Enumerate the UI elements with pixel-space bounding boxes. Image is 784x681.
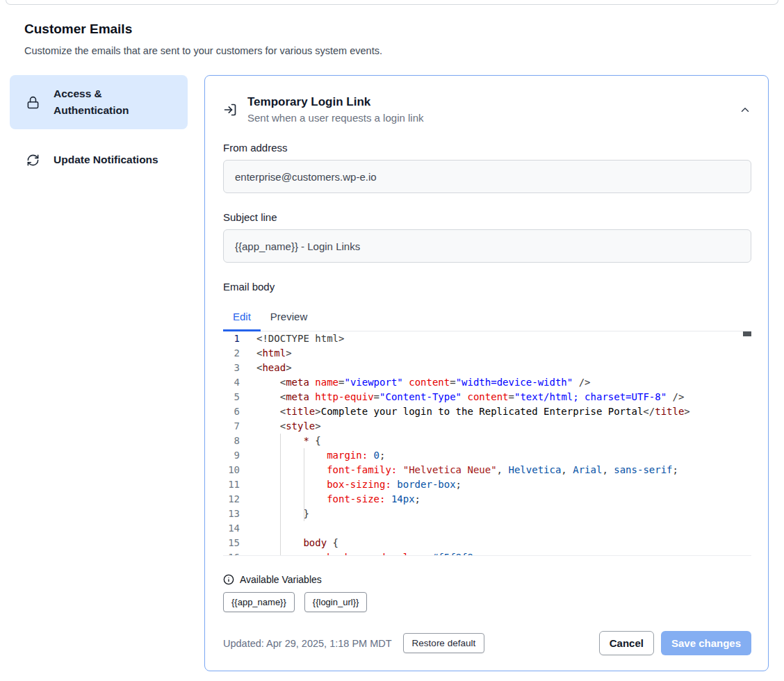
code-line: 12 font-size: 14px; — [223, 492, 751, 507]
line-number: 4 — [223, 375, 240, 390]
content-layout: Access & Authentication Update Notificat… — [0, 75, 784, 671]
code-line: 8 * { — [223, 434, 751, 448]
code-line: 5 <meta http-equiv="Content-Type" conten… — [223, 390, 751, 404]
refresh-icon — [26, 153, 40, 167]
code-editor-lines: 1<!DOCTYPE html>2<html>3<head>4 <meta na… — [223, 331, 751, 556]
indent-guide — [304, 448, 304, 521]
cancel-button[interactable]: Cancel — [599, 631, 654, 655]
code-line-text: font-size: 14px; — [256, 492, 420, 507]
code-line-text: <meta name="viewport" content="width=dev… — [256, 375, 591, 390]
sidebar-item-label: Access & Authentication — [54, 85, 178, 119]
from-address-label: From address — [223, 142, 751, 154]
email-type-description: Sent when a user requests a login link — [247, 112, 423, 124]
email-type-title: Temporary Login Link — [247, 95, 423, 109]
line-number: 2 — [223, 346, 240, 361]
subject-line-input[interactable] — [223, 229, 751, 263]
code-line-text: <meta http-equiv="Content-Type" content=… — [256, 390, 684, 404]
email-types-sidebar: Access & Authentication Update Notificat… — [10, 75, 188, 671]
line-number: 7 — [223, 419, 240, 434]
editor-scrollbar-thumb[interactable] — [743, 331, 751, 336]
code-line-text: margin: 0; — [256, 448, 385, 463]
sidebar-item-label: Update Notifications — [54, 151, 158, 168]
from-address-input[interactable] — [223, 160, 751, 193]
lock-icon — [26, 95, 40, 109]
previous-card-bottom-edge — [6, 0, 778, 5]
code-editor[interactable]: 1<!DOCTYPE html>2<html>3<head>4 <meta na… — [223, 331, 751, 556]
email-body-label: Email body — [223, 281, 751, 293]
log-in-icon — [223, 103, 237, 117]
line-number: 8 — [223, 434, 240, 448]
code-line: 16 background-color: #f5f8f9; — [223, 550, 751, 556]
variable-chip-app-name[interactable]: {{app_name}} — [223, 592, 295, 612]
line-number: 13 — [223, 507, 240, 521]
code-line-text: * { — [256, 434, 321, 448]
line-number: 14 — [223, 521, 240, 536]
subject-line-label: Subject line — [223, 211, 751, 223]
code-line-text: <title>Complete your login to the Replic… — [256, 404, 690, 419]
code-line: 3<head> — [223, 361, 751, 375]
chevron-up-icon[interactable] — [739, 104, 751, 116]
updated-timestamp: Updated: Apr 29, 2025, 1:18 PM MDT — [223, 638, 392, 649]
code-line: 11 box-sizing: border-box; — [223, 477, 751, 492]
code-line: 4 <meta name="viewport" content="width=d… — [223, 375, 751, 390]
card-header-text: Temporary Login Link Sent when a user re… — [247, 95, 423, 124]
save-changes-button[interactable]: Save changes — [661, 631, 751, 655]
sidebar-item-access-authentication[interactable]: Access & Authentication — [10, 75, 188, 129]
variable-chip-login-url[interactable]: {{login_url}} — [304, 592, 368, 612]
info-icon — [223, 574, 234, 585]
code-line-text: body { — [256, 536, 338, 550]
code-line-text: <style> — [256, 419, 321, 434]
code-line: 14 — [223, 521, 751, 536]
card-footer: Updated: Apr 29, 2025, 1:18 PM MDT Resto… — [223, 631, 751, 655]
code-line-text: } — [256, 507, 309, 521]
page-header: Customer Emails Customize the emails tha… — [0, 5, 784, 56]
code-line-text: <!DOCTYPE html> — [256, 331, 344, 346]
line-number: 11 — [223, 477, 240, 492]
email-settings-card: Temporary Login Link Sent when a user re… — [204, 75, 769, 671]
line-number: 6 — [223, 404, 240, 419]
page-title: Customer Emails — [24, 22, 760, 37]
sidebar-item-update-notifications[interactable]: Update Notifications — [10, 141, 188, 179]
code-line: 10 font-family: "Helvetica Neue", Helvet… — [223, 463, 751, 477]
line-number: 9 — [223, 448, 240, 463]
code-line-text: <head> — [256, 361, 292, 375]
code-line-text: font-family: "Helvetica Neue", Helvetica… — [256, 463, 678, 477]
code-line-text: background-color: #f5f8f9; — [256, 550, 479, 556]
code-line: 1<!DOCTYPE html> — [223, 331, 751, 346]
available-variables-label: Available Variables — [240, 574, 322, 585]
code-line: 15 body { — [223, 536, 751, 550]
editor-tabs: Edit Preview — [223, 304, 751, 331]
code-line: 2<html> — [223, 346, 751, 361]
tab-preview[interactable]: Preview — [261, 304, 317, 331]
restore-default-button[interactable]: Restore default — [403, 633, 485, 653]
code-line: 13 } — [223, 507, 751, 521]
line-number: 10 — [223, 463, 240, 477]
line-number: 3 — [223, 361, 240, 375]
line-number: 12 — [223, 492, 240, 507]
code-line-text: <html> — [256, 346, 292, 361]
line-number: 15 — [223, 536, 240, 550]
code-line-text: box-sizing: border-box; — [256, 477, 462, 492]
code-line: 6 <title>Complete your login to the Repl… — [223, 404, 751, 419]
indent-guide — [280, 434, 281, 556]
card-header: Temporary Login Link Sent when a user re… — [223, 95, 751, 124]
line-number: 16 — [223, 550, 240, 556]
available-variables-header: Available Variables — [223, 574, 751, 585]
tab-edit[interactable]: Edit — [223, 304, 261, 331]
variable-chips: {{app_name}} {{login_url}} — [223, 592, 751, 612]
line-number: 1 — [223, 331, 240, 346]
page-subtitle: Customize the emails that are sent to yo… — [24, 45, 760, 56]
code-line: 9 margin: 0; — [223, 448, 751, 463]
line-number: 5 — [223, 390, 240, 404]
code-line: 7 <style> — [223, 419, 751, 434]
